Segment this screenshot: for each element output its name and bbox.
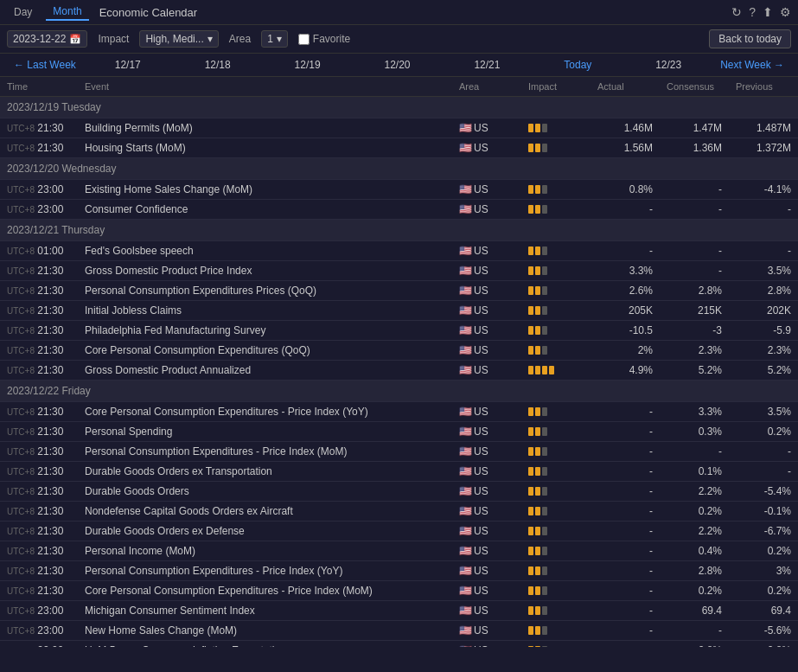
row-event: New Home Sales Change (MoM) <box>78 621 452 641</box>
timezone: UTC+8 <box>7 606 35 616</box>
row-actual: - <box>591 462 660 482</box>
row-impact <box>521 200 591 220</box>
table-row[interactable]: UTC+8 21:30 Nondefense Capital Goods Ord… <box>0 502 798 522</box>
row-impact <box>521 442 591 462</box>
date-nav-1221[interactable]: 12/21 <box>465 54 508 76</box>
back-today-button[interactable]: Back to today <box>709 29 791 48</box>
table-row[interactable]: UTC+8 21:30 Personal Consumption Expendi… <box>0 281 798 301</box>
table-row[interactable]: UTC+8 23:00 UoM 5-year Consumer Inflatio… <box>0 641 798 648</box>
row-previous: 2.3% <box>729 341 798 361</box>
date-nav-1223[interactable]: 12/23 <box>647 54 690 76</box>
date-nav-1220[interactable]: 12/20 <box>375 54 418 76</box>
col-previous: Previous <box>729 77 798 97</box>
calendar-scroll[interactable]: Time Event Area Impact Actual Consensus … <box>0 77 798 647</box>
table-row[interactable]: UTC+8 21:30 Durable Goods Orders ex Defe… <box>0 522 798 541</box>
row-event: Nondefense Capital Goods Orders ex Aircr… <box>78 502 452 522</box>
row-time: UTC+8 23:00 <box>0 641 78 648</box>
row-previous: -5.4% <box>729 482 798 502</box>
date-nav-1219[interactable]: 12/19 <box>286 54 329 76</box>
flag-icon: 🇺🇸 <box>459 364 472 376</box>
table-row[interactable]: UTC+8 23:00 Consumer Confidence 🇺🇸 US - … <box>0 200 798 220</box>
row-consensus: 2.3% <box>660 341 729 361</box>
row-consensus: - <box>660 621 729 641</box>
timezone: UTC+8 <box>7 366 35 375</box>
row-previous: -0.1% <box>729 502 798 522</box>
table-row[interactable]: UTC+8 01:00 Fed's Goolsbee speech 🇺🇸 US … <box>0 241 798 261</box>
date-nav-1217[interactable]: 12/17 <box>106 54 150 76</box>
row-consensus: - <box>660 442 729 462</box>
date-picker[interactable]: 2023-12-22 📅 <box>7 30 87 48</box>
row-impact <box>521 581 591 601</box>
flag-icon: 🇺🇸 <box>459 245 472 257</box>
area-value: 1 <box>267 33 273 45</box>
filter-bar: 2023-12-22 📅 Impact High, Medi... ▾ Area… <box>0 25 798 54</box>
row-previous: - <box>729 442 798 462</box>
row-consensus: - <box>660 180 729 200</box>
row-impact <box>521 541 591 561</box>
table-row[interactable]: UTC+8 21:30 Personal Spending 🇺🇸 US - 0.… <box>0 422 798 442</box>
section-header-text: 2023/12/19 Tuesday <box>0 97 798 118</box>
table-row[interactable]: UTC+8 21:30 Gross Domestic Product Annua… <box>0 361 798 381</box>
table-row[interactable]: UTC+8 23:00 Existing Home Sales Change (… <box>0 180 798 200</box>
table-row[interactable]: UTC+8 21:30 Building Permits (MoM) 🇺🇸 US… <box>0 118 798 138</box>
row-consensus: 2.2% <box>660 482 729 502</box>
flag-icon: 🇺🇸 <box>459 445 472 458</box>
time-value: 21:30 <box>37 465 63 477</box>
table-row[interactable]: UTC+8 21:30 Core Personal Consumption Ex… <box>0 581 798 601</box>
table-row[interactable]: UTC+8 21:30 Initial Jobless Claims 🇺🇸 US… <box>0 301 798 321</box>
area-text: US <box>474 122 488 134</box>
settings-icon[interactable]: ⚙ <box>780 5 791 19</box>
table-row[interactable]: UTC+8 23:00 Michigan Consumer Sentiment … <box>0 601 798 621</box>
timezone: UTC+8 <box>7 566 35 576</box>
table-row[interactable]: UTC+8 23:00 New Home Sales Change (MoM) … <box>0 621 798 641</box>
row-consensus: 5.2% <box>660 361 729 381</box>
timezone: UTC+8 <box>7 407 35 417</box>
favorite-check-input[interactable] <box>298 34 310 45</box>
date-nav-today[interactable]: Today <box>555 54 600 76</box>
row-area: 🇺🇸 US <box>452 200 521 220</box>
table-row[interactable]: UTC+8 21:30 Philadelphia Fed Manufacturi… <box>0 321 798 341</box>
table-row[interactable]: UTC+8 21:30 Core Personal Consumption Ex… <box>0 402 798 422</box>
area-select[interactable]: 1 ▾ <box>261 30 288 48</box>
row-actual: - <box>591 581 660 601</box>
area-text: US <box>474 565 488 577</box>
next-week-button[interactable]: Next Week → <box>713 54 791 76</box>
row-time: UTC+8 01:00 <box>0 241 78 261</box>
row-area: 🇺🇸 US <box>452 301 521 321</box>
timezone: UTC+8 <box>7 507 35 516</box>
row-event: Housing Starts (MoM) <box>78 138 452 158</box>
table-row[interactable]: UTC+8 21:30 Personal Consumption Expendi… <box>0 561 798 581</box>
flag-icon: 🇺🇸 <box>459 505 472 517</box>
table-row[interactable]: UTC+8 21:30 Personal Consumption Expendi… <box>0 442 798 462</box>
time-value: 23:00 <box>37 203 63 215</box>
row-actual: 3.3% <box>591 261 660 281</box>
refresh-icon[interactable]: ↻ <box>731 5 742 19</box>
row-impact <box>521 621 591 641</box>
tab-month[interactable]: Month <box>46 3 88 21</box>
row-consensus: 0.2% <box>660 502 729 522</box>
impact-select[interactable]: High, Medi... ▾ <box>139 30 218 48</box>
table-row[interactable]: UTC+8 21:30 Core Personal Consumption Ex… <box>0 341 798 361</box>
last-week-button[interactable]: ← Last Week <box>7 54 83 76</box>
row-time: UTC+8 21:30 <box>0 482 78 502</box>
table-row[interactable]: UTC+8 21:30 Durable Goods Orders 🇺🇸 US -… <box>0 482 798 502</box>
favorite-checkbox[interactable]: Favorite <box>298 33 350 45</box>
row-event: Core Personal Consumption Expenditures (… <box>78 341 452 361</box>
table-row[interactable]: UTC+8 21:30 Personal Income (MoM) 🇺🇸 US … <box>0 541 798 561</box>
section-header: 2023/12/20 Wednesday <box>0 158 798 180</box>
date-nav-bar: ← Last Week 12/17 12/18 12/19 12/20 12/2… <box>0 54 798 77</box>
tab-day[interactable]: Day <box>7 4 39 20</box>
date-nav-1218[interactable]: 12/18 <box>196 54 239 76</box>
share-icon[interactable]: ⬆ <box>763 5 773 19</box>
question-icon[interactable]: ? <box>749 5 756 19</box>
table-row[interactable]: UTC+8 21:30 Housing Starts (MoM) 🇺🇸 US 1… <box>0 138 798 158</box>
timezone: UTC+8 <box>7 447 35 457</box>
row-actual: - <box>591 241 660 261</box>
row-event: Personal Income (MoM) <box>78 541 452 561</box>
row-time: UTC+8 21:30 <box>0 502 78 522</box>
table-row[interactable]: UTC+8 21:30 Gross Domestic Product Price… <box>0 261 798 281</box>
table-row[interactable]: UTC+8 21:30 Durable Goods Orders ex Tran… <box>0 462 798 482</box>
row-event: Gross Domestic Product Price Index <box>78 261 452 281</box>
row-actual: 0.8% <box>591 180 660 200</box>
row-actual: - <box>591 621 660 641</box>
